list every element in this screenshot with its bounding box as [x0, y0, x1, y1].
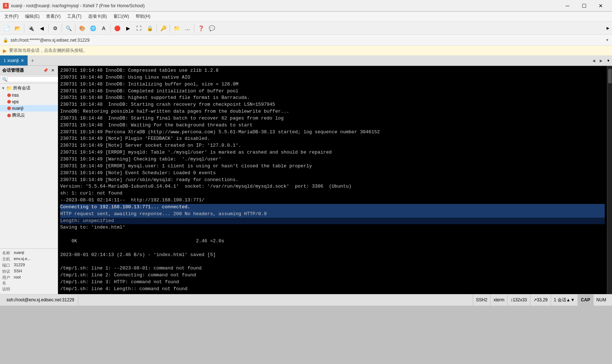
tab-scroll-dropdown[interactable]: ▼	[605, 55, 612, 66]
toolbar-back[interactable]: ◀	[37, 23, 47, 33]
toolbar-sep-3	[62, 24, 62, 33]
status-nav-down[interactable]: ▼	[570, 297, 575, 302]
menu-window[interactable]: 窗口(W)	[111, 13, 132, 20]
toolbar-open[interactable]: 📂	[12, 23, 22, 33]
info-row-protocol: 协议 SSH	[2, 269, 55, 274]
connection-status-nss	[7, 93, 11, 97]
tree-item-nss[interactable]: nss	[0, 92, 58, 99]
toolbar-sep-8	[194, 24, 194, 33]
status-nav-up[interactable]: ▲	[566, 297, 571, 302]
status-cursor-icon: ↗	[533, 297, 537, 302]
toolbar-lock[interactable]: 🔒	[145, 23, 155, 33]
status-connection: ssh://root@env.xj.edisec.net:31229	[3, 294, 78, 306]
toolbar-connect[interactable]: 🔌	[26, 23, 36, 33]
toolbar-new[interactable]: 📄	[1, 23, 12, 33]
tab-arrows: ◀ ▶ ▼	[590, 55, 612, 66]
tab-close-icon[interactable]: ✕	[21, 58, 24, 63]
terminal-scrollbar[interactable]	[607, 66, 612, 294]
status-size: ↕ 132x33	[507, 294, 530, 306]
info-value-name: xuanji	[14, 250, 24, 256]
terminal-wrap: 230731 10:14:48 InnoDB: Compressed table…	[58, 66, 612, 294]
info-value-protocol: SSH	[14, 269, 22, 274]
toolbar-key[interactable]: 🔑	[158, 23, 168, 33]
address-dropdown-icon[interactable]: ▼	[605, 38, 609, 42]
connection-status-tengxun	[7, 114, 11, 117]
menu-tabs[interactable]: 选项卡(B)	[85, 13, 110, 20]
session-close-button[interactable]: ✕	[50, 68, 55, 73]
menu-bar: 文件(F) 编辑(E) 查看(V) 工具(T) 选项卡(B) 窗口(W) 帮助(…	[0, 12, 612, 22]
tip-icon: ▶	[3, 48, 7, 54]
toolbar-help[interactable]: ❓	[196, 23, 206, 33]
tab-num: 1	[4, 58, 6, 63]
info-value-port: 31229	[14, 263, 25, 268]
tree-collapse-icon: ▼	[1, 86, 5, 90]
menu-file[interactable]: 文件(F)	[1, 13, 21, 20]
info-row-note: 说明	[2, 286, 55, 292]
session-search-input[interactable]	[7, 76, 60, 82]
toolbar-font[interactable]: A	[99, 23, 109, 33]
status-cap: CAP	[578, 294, 593, 306]
tab-add-button[interactable]: +	[28, 55, 37, 66]
info-row-host: 主机 env.xj.e...	[2, 256, 55, 262]
session-panel: 会话管理器 📌 ✕ 🔍 ▼ 📁 所有会话 nss	[0, 66, 58, 294]
info-label-note: 说明	[2, 286, 14, 292]
toolbar-chat[interactable]: 💬	[207, 23, 217, 33]
main-body: 会话管理器 📌 ✕ 🔍 ▼ 📁 所有会话 nss	[0, 66, 612, 294]
toolbar-scroll[interactable]: ▶	[605, 23, 611, 33]
toolbar-play[interactable]: ▶	[123, 23, 133, 33]
toolbar-expand[interactable]: ⛶	[134, 23, 144, 33]
session-pin-button[interactable]: 📌	[42, 68, 49, 73]
scrollbar-thumb	[608, 69, 612, 83]
tip-text: 要添加当前会话，点击左侧的箭头按钮。	[9, 47, 87, 54]
maximize-button[interactable]: ☐	[576, 0, 592, 12]
tree-item-vps[interactable]: vps	[0, 99, 58, 105]
tabs-bar: 1 xuanji ✕ + ◀ ▶ ▼	[0, 56, 612, 66]
app-icon: X	[3, 3, 9, 9]
info-label-protocol: 协议	[2, 269, 14, 274]
toolbar-search[interactable]: 🔍	[63, 23, 74, 33]
connection-status-xuanji	[7, 106, 11, 110]
tree-item-xuanji[interactable]: xuanji	[0, 105, 58, 112]
session-tree: ▼ 📁 所有会话 nss vps xuanji	[0, 84, 58, 248]
status-bar: ssh://root@env.xj.edisec.net:31229 SSH2 …	[0, 294, 612, 306]
status-size-text: 132x33	[513, 297, 527, 302]
info-label-port: 端口	[2, 263, 14, 268]
info-value-host: env.xj.e...	[14, 256, 30, 262]
minimize-button[interactable]: ─	[559, 0, 576, 12]
menu-help[interactable]: 帮助(H)	[133, 13, 153, 20]
menu-tools[interactable]: 工具(T)	[64, 13, 84, 20]
session-info: 名称 xuanji 主机 env.xj.e... 端口 31229 协议 SSH…	[0, 248, 58, 294]
tree-group-all: ▼ 📁 所有会话 nss vps xuanji	[0, 84, 58, 119]
info-label-username: 用户名	[2, 275, 14, 286]
session-manager-title: 会话管理器	[2, 67, 24, 74]
toolbar-globe[interactable]: 🌐	[88, 23, 98, 33]
window-controls: ─ ☐ ✕	[559, 0, 609, 12]
tree-group-label: 所有会话	[13, 85, 30, 91]
status-right: SSH2 xterm ↕ 132x33 ↗ 33,29 1 会话 ▲ ▼ CAP…	[473, 294, 609, 306]
toolbar-sep-1	[24, 24, 24, 33]
tree-item-label-nss: nss	[12, 93, 19, 98]
toolbar-folder[interactable]: 📁	[171, 23, 182, 33]
tab-xuanji[interactable]: 1 xuanji ✕	[0, 55, 28, 66]
close-button[interactable]: ✕	[592, 0, 609, 12]
status-cursor: ↗ 33,29	[530, 294, 551, 306]
tree-item-tengxun[interactable]: 腾讯云	[0, 112, 58, 119]
toolbar-color[interactable]: 🎨	[77, 23, 87, 33]
status-cursor-text: 33,29	[537, 297, 548, 302]
menu-view[interactable]: 查看(V)	[43, 13, 63, 20]
connection-status-vps	[7, 100, 11, 104]
status-protocol: SSH2	[473, 294, 490, 306]
toolbar: 📄 📂 🔌 ◀ ⚙ 🔍 🎨 🌐 A 🛑 ▶ ⛶ 🔒 🔑 📁 … ❓ 💬 ▶	[0, 22, 612, 35]
status-connection-text: ssh://root@env.xj.edisec.net:31229	[7, 297, 74, 302]
status-sessions-text: 1 会话	[554, 297, 566, 303]
toolbar-more[interactable]: …	[182, 23, 193, 33]
menu-edit[interactable]: 编辑(E)	[22, 13, 42, 20]
tree-group-header-all[interactable]: ▼ 📁 所有会话	[0, 84, 58, 92]
tab-arrow-right[interactable]: ▶	[597, 55, 605, 66]
tree-item-label-tengxun: 腾讯云	[12, 112, 25, 118]
toolbar-settings[interactable]: ⚙	[50, 23, 60, 33]
terminal[interactable]: 230731 10:14:48 InnoDB: Compressed table…	[58, 66, 607, 294]
toolbar-sep-4	[75, 24, 75, 33]
toolbar-stop[interactable]: 🛑	[112, 23, 122, 33]
tab-arrow-left[interactable]: ◀	[590, 55, 597, 66]
